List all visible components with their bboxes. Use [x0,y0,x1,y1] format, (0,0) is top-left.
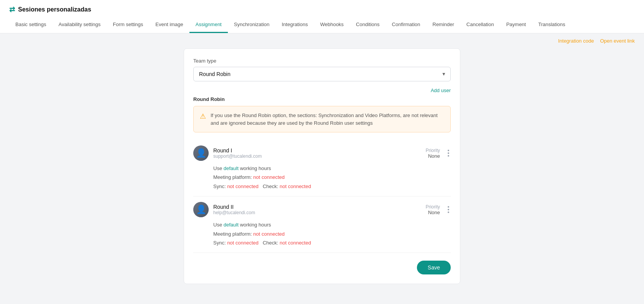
user-name-email-1: Round II help@tucalendi.com [213,204,255,215]
sync-row-0: Sync: not connected Check: not connected [213,182,451,191]
user-details-1: Use default working hours Meeting platfo… [213,220,451,247]
nav-tab-availability-settings[interactable]: Availability settings [52,17,107,33]
warning-text: If you use the Round Robin option, the s… [211,112,444,127]
check-label-1: Check: [263,240,278,246]
check-status-1: not connected [280,240,311,246]
sync-row-1: Sync: not connected Check: not connected [213,238,451,247]
nav-tab-webhooks[interactable]: Webhooks [314,17,350,33]
meeting-platform-row-0: Meeting platform: not connected [213,173,451,182]
user-name-1: Round II [213,204,255,210]
warning-box: ⚠ If you use the Round Robin option, the… [193,106,451,132]
working-hours-link-1[interactable]: default [224,222,239,228]
avatar-img-1 [193,202,209,217]
avatar-1 [193,202,209,217]
team-type-label: Team type [193,58,451,64]
add-user-button[interactable]: Add user [431,88,451,93]
avatar-img-0 [193,145,209,161]
check-status-0: not connected [280,183,311,189]
avatar-0 [193,145,209,161]
user-name-email-0: Round I support@tucalendi.com [213,147,262,159]
nav-tab-cancellation[interactable]: Cancellation [460,17,500,33]
working-hours-link-0[interactable]: default [224,165,239,171]
app-title: ⇄ Sesiones personalizadas [9,0,635,17]
sync-status-0: not connected [227,183,259,189]
nav-tab-payment[interactable]: Payment [500,17,532,33]
meeting-platform-label-0: Meeting platform: [213,174,252,180]
save-button[interactable]: Save [417,261,451,274]
nav-tab-confirmation[interactable]: Confirmation [386,17,427,33]
sync-status-1: not connected [227,240,259,246]
meeting-platform-status-0: not connected [253,174,285,180]
open-event-link[interactable]: Open event link [600,38,635,44]
nav-tab-conditions[interactable]: Conditions [350,17,385,33]
meeting-platform-row-1: Meeting platform: not connected [213,230,451,238]
nav-tab-synchronization[interactable]: Synchronization [228,17,276,33]
user-email-0: support@tucalendi.com [213,154,262,159]
priority-label-1: Priority [426,204,440,210]
nav-tab-integrations[interactable]: Integrations [276,17,314,33]
user-priority-group-0: Priority None [426,148,451,159]
priority-value-0: None [426,153,440,159]
nav-tab-reminder[interactable]: Reminder [427,17,460,33]
user-email-1: help@tucalendi.com [213,210,255,215]
nav-tab-basic-settings[interactable]: Basic settings [9,17,52,33]
priority-value-1: None [426,210,440,215]
user-menu-button-0[interactable] [446,148,451,158]
action-bar: Integration code Open event link [0,33,644,48]
check-label-0: Check: [263,183,278,189]
nav-tab-assignment[interactable]: Assignment [189,17,228,33]
user-row-1: Round II help@tucalendi.com Priority Non… [193,197,451,253]
meeting-platform-status-1: not connected [253,231,285,237]
user-priority-group-1: Priority None [426,204,451,215]
priority-label-0: Priority [426,148,440,153]
team-type-select[interactable]: Round RobinCollectiveFixed hosts [193,67,451,81]
users-list: Round I support@tucalendi.com Priority N… [193,140,451,253]
working-hours-row-1: Use default working hours [213,220,451,229]
nav-tab-event-image[interactable]: Event image [149,17,189,33]
working-hours-row-0: Use default working hours [213,164,451,173]
team-type-select-wrapper: Round RobinCollectiveFixed hosts ▼ [193,67,451,81]
app-icon: ⇄ [9,5,15,14]
main-card: Team type Round RobinCollectiveFixed hos… [184,48,460,284]
section-title: Round Robin [193,96,451,102]
nav-tab-form-settings[interactable]: Form settings [107,17,149,33]
sync-label-0: Sync: [213,183,226,189]
user-details-0: Use default working hours Meeting platfo… [213,164,451,191]
priority-group-0: Priority None [426,148,440,159]
warning-icon: ⚠ [200,112,206,121]
priority-group-1: Priority None [426,204,440,215]
nav-tab-translations[interactable]: Translations [532,17,571,33]
user-menu-button-1[interactable] [446,205,451,215]
user-name-0: Round I [213,147,262,154]
sync-label-1: Sync: [213,240,226,246]
meeting-platform-label-1: Meeting platform: [213,231,252,237]
integration-code-link[interactable]: Integration code [558,38,594,44]
nav-tabs: Basic settingsAvailability settingsForm … [9,17,635,33]
user-row-0: Round I support@tucalendi.com Priority N… [193,140,451,197]
